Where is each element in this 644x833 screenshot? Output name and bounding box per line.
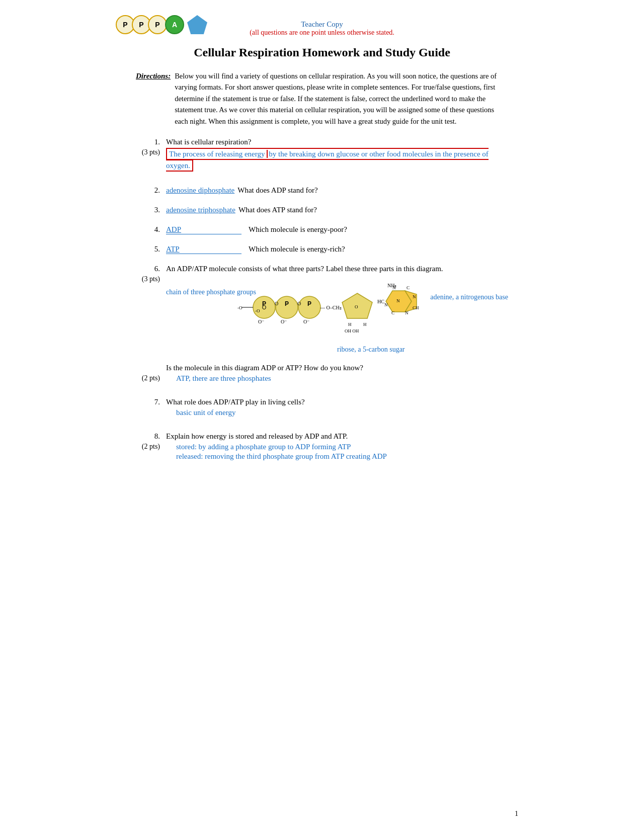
q8-pts: (2 pts): [142, 443, 160, 451]
svg-text:P: P: [262, 300, 266, 307]
q1-answer-area: The process of releasing energy by the b…: [166, 148, 508, 171]
svg-text:CH: CH: [413, 305, 419, 310]
page-number: 1: [515, 810, 518, 818]
svg-text:O⁻: O⁻: [281, 319, 287, 324]
svg-point-4: [298, 296, 320, 318]
directions-block: Directions: Below you will find a variet…: [136, 70, 508, 127]
question-3-row: 3. adenosine triphosphate What does ATP …: [136, 206, 508, 216]
q5-number: 5.: [154, 245, 160, 254]
question-5-row: 5. ATP Which molecule is energy-rich?: [136, 245, 508, 256]
q6-left: 6. (3 pts): [136, 265, 166, 283]
main-title: Cellular Respiration Homework and Study …: [136, 46, 508, 59]
svg-text:O: O: [297, 301, 301, 306]
q8-left: 8. (2 pts): [136, 432, 166, 451]
q1-left: 1. (3 pts): [136, 138, 166, 156]
svg-text:C: C: [407, 285, 410, 290]
q4-left: 4.: [136, 225, 166, 234]
q4-inline: ADP Which molecule is energy-poor?: [166, 225, 508, 236]
svg-text:P: P: [285, 300, 289, 307]
q6-followup-content: ATP, there are three phosphates: [166, 374, 508, 383]
directions-label: Directions:: [136, 70, 171, 127]
question-2-row: 2. adenosine diphosphate What does ADP s…: [136, 186, 508, 197]
q5-left: 5.: [136, 245, 166, 254]
q2-left: 2.: [136, 186, 166, 195]
svg-text:P: P: [307, 300, 311, 307]
circle-a: A: [165, 15, 184, 34]
q3-content: adenosine triphosphate What does ATP sta…: [166, 206, 508, 216]
q4-text: Which molecule is energy-poor?: [249, 225, 347, 234]
q6-content: An ADP/ATP molecule consists of what thr…: [166, 265, 508, 374]
q6-followup: Is the molecule in this diagram ADP or A…: [166, 364, 508, 372]
q5-inline: ATP Which molecule is energy-rich?: [166, 245, 508, 256]
directions-text: Below you will find a variety of questio…: [175, 70, 508, 127]
q3-text: What does ATP stand for?: [238, 206, 317, 214]
question-4-row: 4. ADP Which molecule is energy-poor?: [136, 225, 508, 236]
q6-followup-left: (2 pts): [136, 374, 166, 383]
q3-number: 3.: [154, 206, 160, 214]
svg-text:O⁻: O⁻: [258, 319, 264, 324]
q2-content: adenosine diphosphate What does ADP stan…: [166, 186, 508, 197]
q6-followup-answer: ATP, there are three phosphates: [166, 374, 508, 383]
q4-answer: ADP: [166, 225, 242, 234]
q8-answer-line1: stored: by adding a phosphate group to A…: [166, 443, 508, 451]
q1-answer-part2: by the breaking down glucose or other fo…: [267, 150, 433, 158]
q3-left: 3.: [136, 206, 166, 214]
q7-left: 7.: [136, 398, 166, 406]
q6-followup-row: (2 pts) ATP, there are three phosphates: [136, 374, 508, 383]
q5-text: Which molecule is energy-rich?: [249, 245, 345, 254]
svg-text:— O–CH₂: — O–CH₂: [319, 305, 342, 310]
q8-text: Explain how energy is stored and release…: [166, 432, 508, 441]
q5-answer: ATP: [166, 245, 242, 254]
ribose-label: ribose, a 5-carbon sugar: [337, 346, 405, 354]
atp-logo: P P P A: [116, 15, 207, 34]
svg-text:-O: -O: [255, 308, 260, 313]
q7-content: What role does ADP/ATP play in living ce…: [166, 398, 508, 417]
q6-text: An ADP/ATP molecule consists of what thr…: [166, 265, 508, 273]
q7-answer: basic unit of energy: [166, 408, 508, 417]
q6-followup-pts: (2 pts): [142, 374, 160, 382]
q6-followup-text: Is the molecule in this diagram ADP or A…: [166, 364, 508, 372]
questions-section: 1. (3 pts) What is cellular respiration?…: [136, 138, 508, 461]
svg-text:N: N: [392, 285, 396, 290]
svg-text:O: O: [355, 304, 358, 309]
svg-text:N: N: [384, 302, 388, 307]
q3-inline: adenosine triphosphate What does ATP sta…: [166, 206, 508, 216]
q6-pts: (3 pts): [142, 275, 160, 283]
svg-text:N: N: [405, 310, 409, 315]
svg-text:OH  OH: OH OH: [345, 328, 359, 334]
atp-diagram-area: chain of three phosphate groups O -O P P…: [166, 278, 508, 359]
svg-text:H: H: [363, 322, 367, 327]
q5-content: ATP Which molecule is energy-rich?: [166, 245, 508, 256]
q4-number: 4.: [154, 225, 160, 234]
adenine-label: adenine, a nitrogenous base: [430, 293, 508, 301]
q2-text: What does ADP stand for?: [237, 186, 317, 195]
pentagon-shape: [187, 15, 207, 34]
svg-text:O⁻: O⁻: [303, 319, 309, 324]
question-7-row: 7. What role does ADP/ATP play in living…: [136, 398, 508, 417]
svg-text:C: C: [391, 310, 394, 315]
q8-answer-line2: released: removing the third phosphate g…: [166, 452, 508, 461]
q1-number: 1.: [154, 138, 160, 146]
svg-text:O: O: [275, 301, 278, 306]
atp-svg: O -O P P P O O -O: [236, 278, 478, 356]
svg-text:N: N: [413, 294, 416, 299]
question-8-row: 8. (2 pts) Explain how energy is stored …: [136, 432, 508, 461]
svg-point-3: [276, 296, 298, 318]
q2-number: 2.: [154, 186, 160, 195]
svg-text:H: H: [348, 322, 352, 327]
circle-p3: P: [148, 15, 167, 34]
svg-text:HC: HC: [377, 299, 384, 304]
atp-circles: P P P A: [116, 15, 207, 34]
q2-inline: adenosine diphosphate What does ADP stan…: [166, 186, 508, 197]
q8-content: Explain how energy is stored and release…: [166, 432, 508, 461]
q3-answer: adenosine triphosphate: [166, 206, 235, 214]
q4-content: ADP Which molecule is energy-poor?: [166, 225, 508, 236]
q8-number: 8.: [154, 432, 160, 441]
svg-text:N: N: [396, 298, 400, 303]
svg-text:-O: -O: [237, 305, 243, 310]
q7-number: 7.: [154, 398, 160, 406]
question-6-row: 6. (3 pts) An ADP/ATP molecule consists …: [136, 265, 508, 374]
page: P P P A Teacher Copy (all questions are …: [96, 0, 548, 833]
q7-text: What role does ADP/ATP play in living ce…: [166, 398, 508, 406]
q1-pts: (3 pts): [142, 148, 160, 156]
